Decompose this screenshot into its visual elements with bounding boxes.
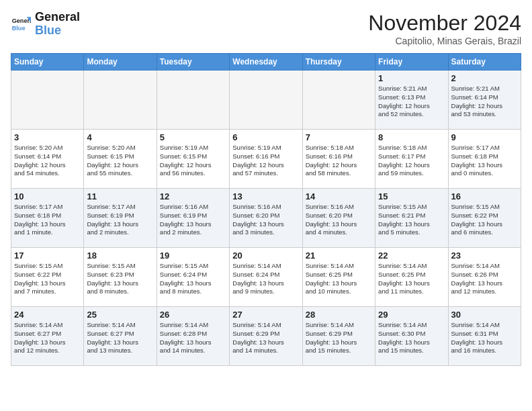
calendar-week-row: 1Sunrise: 5:21 AMSunset: 6:13 PMDaylight… — [11, 71, 521, 130]
calendar-cell: 19Sunrise: 5:15 AMSunset: 6:24 PMDayligh… — [157, 248, 229, 307]
calendar-cell: 18Sunrise: 5:15 AMSunset: 6:23 PMDayligh… — [84, 248, 157, 307]
title-block: November 2024 Capitolio, Minas Gerais, B… — [368, 11, 521, 46]
calendar-cell: 24Sunrise: 5:14 AMSunset: 6:27 PMDayligh… — [11, 307, 84, 366]
day-number: 15 — [378, 191, 445, 201]
calendar-cell: 2Sunrise: 5:21 AMSunset: 6:14 PMDaylight… — [448, 71, 521, 130]
calendar-header-row: SundayMondayTuesdayWednesdayThursdayFrid… — [11, 54, 521, 71]
logo: General Blue General Blue — [11, 11, 80, 38]
calendar-cell: 27Sunrise: 5:14 AMSunset: 6:29 PMDayligh… — [230, 307, 302, 366]
day-header-friday: Friday — [375, 54, 448, 71]
day-info: Sunrise: 5:15 AMSunset: 6:22 PMDaylight:… — [451, 203, 518, 237]
day-info: Sunrise: 5:14 AMSunset: 6:27 PMDaylight:… — [14, 321, 81, 355]
calendar-cell: 1Sunrise: 5:21 AMSunset: 6:13 PMDaylight… — [375, 71, 448, 130]
day-info: Sunrise: 5:19 AMSunset: 6:16 PMDaylight:… — [232, 144, 299, 178]
day-number: 27 — [232, 310, 299, 320]
day-number: 19 — [160, 250, 226, 261]
day-info: Sunrise: 5:15 AMSunset: 6:21 PMDaylight:… — [378, 203, 445, 237]
day-header-monday: Monday — [84, 54, 157, 71]
logo-icon: General Blue — [11, 14, 31, 34]
day-info: Sunrise: 5:14 AMSunset: 6:27 PMDaylight:… — [87, 321, 153, 355]
page-header: General Blue General Blue November 2024 … — [11, 11, 521, 46]
day-number: 8 — [378, 132, 445, 142]
day-info: Sunrise: 5:14 AMSunset: 6:25 PMDaylight:… — [306, 262, 372, 296]
day-info: Sunrise: 5:16 AMSunset: 6:20 PMDaylight:… — [306, 203, 372, 237]
day-info: Sunrise: 5:17 AMSunset: 6:19 PMDaylight:… — [87, 203, 153, 237]
calendar-cell: 4Sunrise: 5:20 AMSunset: 6:15 PMDaylight… — [84, 130, 157, 189]
calendar-cell: 10Sunrise: 5:17 AMSunset: 6:18 PMDayligh… — [11, 189, 84, 248]
calendar-cell: 9Sunrise: 5:17 AMSunset: 6:18 PMDaylight… — [448, 130, 521, 189]
day-number: 17 — [14, 250, 81, 261]
calendar-week-row: 3Sunrise: 5:20 AMSunset: 6:14 PMDaylight… — [11, 130, 521, 189]
day-info: Sunrise: 5:15 AMSunset: 6:22 PMDaylight:… — [14, 262, 81, 296]
day-number: 5 — [160, 132, 226, 142]
day-number: 7 — [306, 132, 372, 142]
calendar-cell: 8Sunrise: 5:18 AMSunset: 6:17 PMDaylight… — [375, 130, 448, 189]
calendar-cell: 11Sunrise: 5:17 AMSunset: 6:19 PMDayligh… — [84, 189, 157, 248]
day-number: 14 — [306, 191, 372, 201]
day-number: 13 — [232, 191, 299, 201]
day-info: Sunrise: 5:14 AMSunset: 6:29 PMDaylight:… — [306, 321, 372, 355]
day-number: 16 — [451, 191, 518, 201]
day-info: Sunrise: 5:18 AMSunset: 6:17 PMDaylight:… — [378, 144, 445, 178]
day-info: Sunrise: 5:14 AMSunset: 6:31 PMDaylight:… — [451, 321, 518, 355]
calendar-cell: 26Sunrise: 5:14 AMSunset: 6:28 PMDayligh… — [157, 307, 229, 366]
calendar-cell: 30Sunrise: 5:14 AMSunset: 6:31 PMDayligh… — [448, 307, 521, 366]
calendar-cell: 21Sunrise: 5:14 AMSunset: 6:25 PMDayligh… — [302, 248, 375, 307]
location: Capitolio, Minas Gerais, Brazil — [368, 36, 521, 46]
day-info: Sunrise: 5:14 AMSunset: 6:30 PMDaylight:… — [378, 321, 445, 355]
day-info: Sunrise: 5:19 AMSunset: 6:15 PMDaylight:… — [160, 144, 226, 178]
day-number: 24 — [14, 310, 81, 320]
calendar-cell — [84, 71, 157, 130]
calendar-cell — [302, 71, 375, 130]
calendar-cell: 17Sunrise: 5:15 AMSunset: 6:22 PMDayligh… — [11, 248, 84, 307]
day-header-tuesday: Tuesday — [157, 54, 229, 71]
day-number: 18 — [87, 250, 153, 261]
calendar-cell — [11, 71, 84, 130]
day-header-thursday: Thursday — [302, 54, 375, 71]
calendar-week-row: 24Sunrise: 5:14 AMSunset: 6:27 PMDayligh… — [11, 307, 521, 366]
calendar-table: SundayMondayTuesdayWednesdayThursdayFrid… — [11, 53, 521, 366]
calendar-cell: 16Sunrise: 5:15 AMSunset: 6:22 PMDayligh… — [448, 189, 521, 248]
day-number: 12 — [160, 191, 226, 201]
day-number: 25 — [87, 310, 153, 320]
day-number: 28 — [306, 310, 372, 320]
day-info: Sunrise: 5:20 AMSunset: 6:15 PMDaylight:… — [87, 144, 153, 178]
day-number: 2 — [451, 73, 518, 83]
svg-text:Blue: Blue — [12, 25, 26, 32]
day-number: 30 — [451, 310, 518, 320]
calendar-cell: 25Sunrise: 5:14 AMSunset: 6:27 PMDayligh… — [84, 307, 157, 366]
calendar-cell: 7Sunrise: 5:18 AMSunset: 6:16 PMDaylight… — [302, 130, 375, 189]
calendar-cell: 22Sunrise: 5:14 AMSunset: 6:25 PMDayligh… — [375, 248, 448, 307]
day-info: Sunrise: 5:16 AMSunset: 6:20 PMDaylight:… — [232, 203, 299, 237]
calendar-cell: 5Sunrise: 5:19 AMSunset: 6:15 PMDaylight… — [157, 130, 229, 189]
calendar-cell: 15Sunrise: 5:15 AMSunset: 6:21 PMDayligh… — [375, 189, 448, 248]
day-number: 9 — [451, 132, 518, 142]
day-number: 3 — [14, 132, 81, 142]
day-number: 29 — [378, 310, 445, 320]
day-info: Sunrise: 5:15 AMSunset: 6:23 PMDaylight:… — [87, 262, 153, 296]
day-number: 23 — [451, 250, 518, 261]
day-header-sunday: Sunday — [11, 54, 84, 71]
day-info: Sunrise: 5:14 AMSunset: 6:29 PMDaylight:… — [232, 321, 299, 355]
day-number: 10 — [14, 191, 81, 201]
day-number: 1 — [378, 73, 445, 83]
calendar-cell: 3Sunrise: 5:20 AMSunset: 6:14 PMDaylight… — [11, 130, 84, 189]
day-info: Sunrise: 5:14 AMSunset: 6:25 PMDaylight:… — [378, 262, 445, 296]
day-number: 6 — [232, 132, 299, 142]
day-info: Sunrise: 5:14 AMSunset: 6:24 PMDaylight:… — [232, 262, 299, 296]
day-number: 22 — [378, 250, 445, 261]
day-number: 20 — [232, 250, 299, 261]
logo-text-line1: General — [35, 11, 80, 24]
calendar-cell: 14Sunrise: 5:16 AMSunset: 6:20 PMDayligh… — [302, 189, 375, 248]
day-info: Sunrise: 5:21 AMSunset: 6:13 PMDaylight:… — [378, 85, 445, 119]
day-info: Sunrise: 5:20 AMSunset: 6:14 PMDaylight:… — [14, 144, 81, 178]
day-info: Sunrise: 5:16 AMSunset: 6:19 PMDaylight:… — [160, 203, 226, 237]
day-info: Sunrise: 5:14 AMSunset: 6:26 PMDaylight:… — [451, 262, 518, 296]
calendar-cell: 13Sunrise: 5:16 AMSunset: 6:20 PMDayligh… — [230, 189, 302, 248]
day-info: Sunrise: 5:21 AMSunset: 6:14 PMDaylight:… — [451, 85, 518, 119]
day-info: Sunrise: 5:18 AMSunset: 6:16 PMDaylight:… — [306, 144, 372, 178]
logo-text-line2: Blue — [35, 24, 80, 38]
calendar-cell — [230, 71, 302, 130]
day-number: 11 — [87, 191, 153, 201]
calendar-cell: 6Sunrise: 5:19 AMSunset: 6:16 PMDaylight… — [230, 130, 302, 189]
